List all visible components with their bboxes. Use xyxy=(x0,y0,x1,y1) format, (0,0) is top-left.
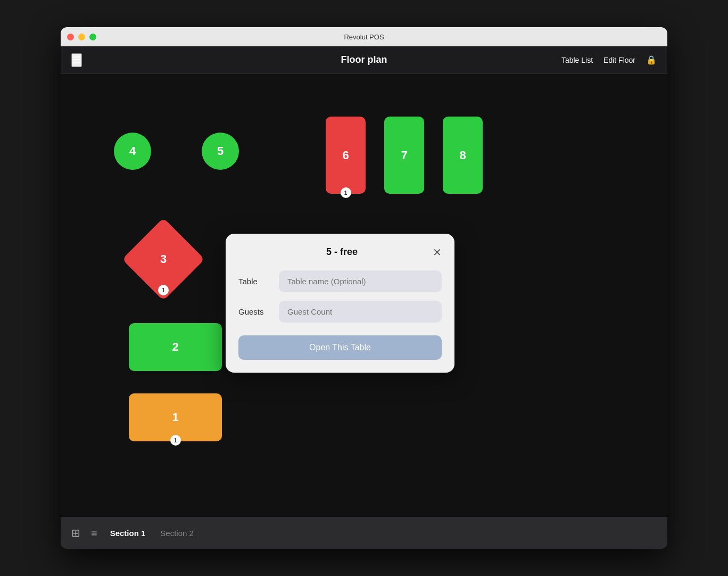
table-6[interactable]: 6 1 xyxy=(326,117,366,194)
menu-icon[interactable]: ☰ xyxy=(71,53,82,67)
table-4-label: 4 xyxy=(129,144,136,158)
table-1-badge: 1 xyxy=(170,435,181,446)
minimize-button[interactable] xyxy=(78,34,85,40)
table-4[interactable]: 4 xyxy=(114,133,151,170)
table-name-input[interactable] xyxy=(279,270,442,292)
guests-label: Guests xyxy=(238,307,270,316)
table-3-label: 3 xyxy=(160,252,167,266)
header-actions: Table List Edit Floor 🔒 xyxy=(561,55,657,65)
open-table-button[interactable]: Open This Table xyxy=(238,335,442,360)
app-window: Revolut POS ☰ Floor plan Table List Edit… xyxy=(61,27,667,549)
table-3-badge: 1 xyxy=(158,285,169,295)
table-1-label: 1 xyxy=(172,410,178,424)
table-name-field: Table xyxy=(238,270,442,292)
title-bar: Revolut POS xyxy=(61,27,667,46)
page-title: Floor plan xyxy=(341,54,387,65)
close-button[interactable] xyxy=(67,34,74,40)
table-6-wrapper: 6 1 xyxy=(326,117,366,194)
table-1-wrapper: 1 1 xyxy=(129,393,222,441)
modal-close-button[interactable]: ✕ xyxy=(433,247,442,258)
table-3[interactable]: 3 1 xyxy=(131,227,195,291)
floor-plan-area: 4 5 6 1 7 8 3 1 2 xyxy=(61,74,667,517)
table-modal: 5 - free ✕ Table Guests Open This Table xyxy=(226,234,454,373)
edit-floor-button[interactable]: Edit Floor xyxy=(603,56,635,64)
guests-field: Guests xyxy=(238,301,442,323)
modal-header: 5 - free ✕ xyxy=(238,246,442,258)
grid-view-icon[interactable]: ⊞ xyxy=(71,526,80,539)
lock-icon[interactable]: 🔒 xyxy=(646,55,657,65)
table-2-label: 2 xyxy=(172,340,178,354)
maximize-button[interactable] xyxy=(89,34,96,40)
table-2[interactable]: 2 xyxy=(129,323,222,371)
table-8[interactable]: 8 xyxy=(443,117,483,194)
table-7-label: 7 xyxy=(401,149,407,162)
modal-title: 5 - free xyxy=(251,246,433,258)
table-6-label: 6 xyxy=(342,149,349,162)
traffic-lights xyxy=(67,34,96,40)
bottom-bar: ⊞ ≡ Section 1 Section 2 xyxy=(61,517,667,549)
table-8-label: 8 xyxy=(459,149,466,162)
guest-count-input[interactable] xyxy=(279,301,442,323)
table-label: Table xyxy=(238,277,270,286)
table-6-badge: 1 xyxy=(341,187,351,198)
table-7[interactable]: 7 xyxy=(384,117,424,194)
table-5[interactable]: 5 xyxy=(202,133,239,170)
window-title: Revolut POS xyxy=(344,33,384,41)
table-5-label: 5 xyxy=(217,144,224,158)
table-1[interactable]: 1 1 xyxy=(129,393,222,441)
section-2-tab[interactable]: Section 2 xyxy=(158,525,196,541)
section-1-tab[interactable]: Section 1 xyxy=(108,525,148,541)
list-view-icon[interactable]: ≡ xyxy=(91,527,97,539)
app-header: ☰ Floor plan Table List Edit Floor 🔒 xyxy=(61,46,667,74)
table-list-button[interactable]: Table List xyxy=(561,56,593,64)
